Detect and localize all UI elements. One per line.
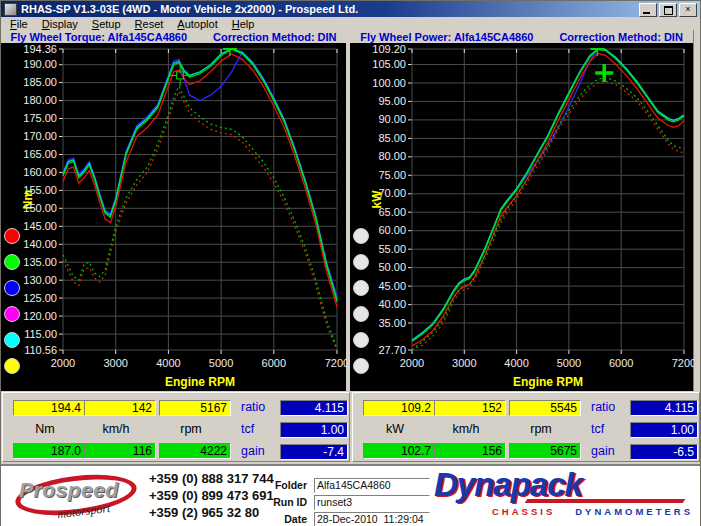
menu-setup[interactable]: Setup (85, 18, 128, 30)
svg-text:2000: 2000 (400, 357, 424, 369)
restore-button[interactable] (659, 3, 677, 17)
torque-cursor-rpm: 4222 (159, 443, 231, 459)
svg-text:Nm: Nm (21, 190, 35, 209)
svg-text:3000: 3000 (103, 357, 127, 369)
minimize-button[interactable] (639, 3, 657, 17)
minimize-icon (643, 12, 650, 14)
svg-text:5000: 5000 (209, 357, 233, 369)
torque-readout-panel: 194.4 142 5167 Nm km/h rpm 187.0 116 422… (2, 392, 350, 462)
svg-text:185.00: 185.00 (23, 76, 57, 88)
power-panel: Fly Wheel Power: Alfa145CA4860 Correctio… (350, 30, 693, 391)
torque-chart-title: Fly Wheel Torque: Alfa145CA4860 (10, 31, 187, 43)
svg-text:125.00: 125.00 (23, 292, 57, 304)
tcf-value: 1.00 (630, 422, 698, 438)
svg-text:6000: 6000 (262, 357, 286, 369)
title-bar: RHAS-SP V1.3-03E (4WD - Motor Vehicle 2x… (1, 1, 700, 17)
svg-text:95.00: 95.00 (378, 95, 406, 107)
torque-peak-speed: 142 (84, 400, 156, 416)
torque-panel: Fly Wheel Torque: Alfa145CA4860 Correcti… (1, 30, 346, 391)
dynapack-wordmark: Dynapack (434, 468, 686, 502)
prospeed-wordmark: Prospeed (19, 478, 119, 502)
svg-text:7200: 7200 (672, 357, 694, 369)
run-id-label: Run ID (251, 496, 307, 508)
power-peak-value: 109.2 (363, 400, 435, 416)
svg-text:40.00: 40.00 (378, 298, 406, 310)
tcf-value: 1.00 (280, 422, 348, 438)
power-cursor-speed: 156 (434, 443, 506, 459)
torque-correction-method: Correction Method: DIN (213, 31, 336, 43)
svg-text:7200: 7200 (325, 357, 347, 369)
svg-text:170.00: 170.00 (23, 130, 57, 142)
svg-text:45.00: 45.00 (378, 280, 406, 292)
svg-text:2000: 2000 (51, 357, 75, 369)
menu-bar: File Display Setup Reset Autoplot Help (1, 17, 700, 30)
svg-text:190.00: 190.00 (23, 58, 57, 70)
dynapack-swoosh-icon (525, 499, 686, 503)
dynapack-chassis-text: CHASSIS (492, 506, 555, 517)
rpm-unit-label: rpm (506, 422, 576, 436)
gain-value: -6.5 (630, 444, 698, 460)
power-panel-header: Fly Wheel Power: Alfa145CA4860 Correctio… (350, 30, 693, 43)
folder-label: Folder (251, 479, 307, 491)
menu-file[interactable]: File (3, 18, 35, 30)
date-field[interactable]: 28-Dec-2010 11:29:04 (314, 512, 430, 526)
torque-peak-value: 194.4 (13, 400, 85, 416)
menu-autoplot[interactable]: Autoplot (170, 18, 224, 30)
gain-label: gain (591, 444, 615, 458)
svg-text:180.00: 180.00 (23, 94, 57, 106)
power-chart-plot[interactable]: 109.20105.00100.0095.0090.0085.0080.0075… (350, 43, 693, 391)
gain-value: -7.4 (280, 444, 348, 460)
app-icon (4, 3, 17, 16)
rpm-unit-label: rpm (156, 422, 226, 436)
torque-chart-plot[interactable]: 194.36190.00185.00180.00175.00170.00165.… (1, 43, 346, 391)
svg-text:80.00: 80.00 (378, 150, 406, 162)
svg-text:kW: kW (370, 190, 384, 209)
window-edge-strip (693, 30, 700, 391)
svg-text:Engine RPM: Engine RPM (513, 375, 583, 389)
svg-text:100.00: 100.00 (372, 77, 406, 89)
menu-reset[interactable]: Reset (128, 18, 171, 30)
svg-text:160.00: 160.00 (23, 166, 57, 178)
run-id-field[interactable]: runset3 (314, 495, 430, 510)
svg-text:4000: 4000 (504, 357, 528, 369)
torque-chart-svg: 194.36190.00185.00180.00175.00170.00165.… (1, 43, 347, 391)
svg-text:90.00: 90.00 (378, 113, 406, 125)
restore-icon (664, 6, 673, 15)
ratio-label: ratio (591, 400, 615, 414)
svg-text:27.70: 27.70 (378, 344, 406, 356)
svg-text:4000: 4000 (156, 357, 180, 369)
svg-text:194.36: 194.36 (23, 43, 57, 55)
prospeed-logo: Prospeed motorsport (13, 469, 141, 523)
close-button[interactable]: × (679, 3, 697, 17)
svg-text:55.00: 55.00 (378, 243, 406, 255)
svg-text:145.00: 145.00 (23, 220, 57, 232)
svg-text:130.00: 130.00 (23, 274, 57, 286)
menu-help[interactable]: Help (225, 18, 262, 30)
tcf-label: tcf (591, 422, 604, 436)
readout-row: 194.4 142 5167 Nm km/h rpm 187.0 116 422… (1, 391, 700, 464)
svg-text:5000: 5000 (557, 357, 581, 369)
footer: Prospeed motorsport +359 (0) 888 317 744… (1, 464, 700, 526)
menu-display[interactable]: Display (35, 18, 85, 30)
power-peak-speed: 152 (434, 400, 506, 416)
svg-text:109.20: 109.20 (372, 43, 406, 55)
power-chart-title: Fly Wheel Power: Alfa145CA4860 (360, 31, 533, 43)
torque-panel-header: Fly Wheel Torque: Alfa145CA4860 Correcti… (1, 30, 346, 43)
torque-cursor-speed: 116 (84, 443, 156, 459)
ratio-label: ratio (241, 400, 265, 414)
torque-peak-rpm: 5167 (159, 400, 231, 416)
dynapack-dynamometers-text: DYNAMOMETERS (575, 506, 693, 517)
svg-text:35.00: 35.00 (378, 317, 406, 329)
window-controls: × (639, 3, 697, 17)
svg-text:115.00: 115.00 (24, 328, 57, 340)
power-readout-panel: 109.2 152 5545 kW km/h rpm 102.7 156 567… (352, 392, 700, 462)
svg-text:50.00: 50.00 (378, 261, 406, 273)
dynapack-logo: Dynapack CHASSIS DYNAMOMETERS (434, 468, 686, 517)
charts-row: Fly Wheel Torque: Alfa145CA4860 Correcti… (1, 30, 700, 391)
svg-text:135.00: 135.00 (23, 256, 57, 268)
date-label: Date (251, 513, 307, 525)
power-chart-svg: 109.20105.00100.0095.0090.0085.0080.0075… (350, 43, 694, 391)
svg-text:75.00: 75.00 (378, 169, 406, 181)
svg-text:110.56: 110.56 (24, 344, 57, 356)
folder-field[interactable]: Alfa145CA4860 (314, 478, 430, 493)
